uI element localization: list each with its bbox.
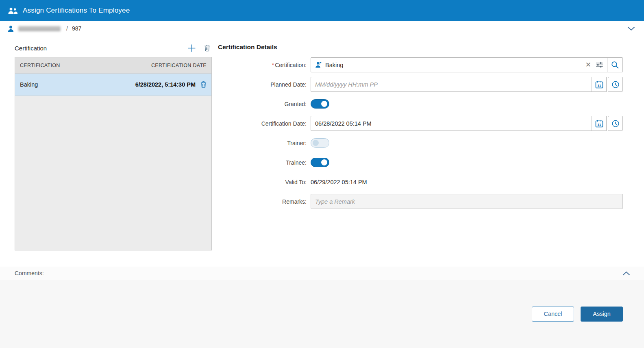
breadcrumb-separator: / (66, 25, 68, 32)
details-title: Certification Details (218, 44, 623, 51)
employee-name-blurred (18, 26, 61, 31)
field-valid-to: Valid To: 06/29/2022 05:14 PM (218, 174, 623, 189)
valid-to-value: 06/29/2022 05:14 PM (311, 179, 367, 185)
field-remarks: Remarks: (218, 194, 623, 209)
certification-date-input[interactable] (311, 116, 592, 131)
certification-date-label: Certification Date: (218, 120, 311, 127)
certification-table: CERTIFICATION CERTIFICATION DATE Baking … (15, 57, 212, 250)
remarks-input[interactable] (311, 194, 623, 209)
planned-date-clock-icon[interactable] (608, 77, 623, 92)
cancel-button[interactable]: Cancel (532, 307, 574, 322)
planned-date-calendar-icon[interactable]: 31 (592, 77, 607, 92)
clear-icon[interactable]: ✕ (582, 61, 595, 68)
employee-id: 987 (72, 25, 81, 32)
trainer-label: Trainer: (218, 140, 311, 146)
field-trainer: Trainer: (218, 135, 623, 150)
toggle-knob (313, 140, 319, 146)
table-empty-area (15, 96, 211, 250)
toggle-knob (321, 101, 327, 107)
certification-value: Baking (325, 62, 343, 68)
certification-input[interactable]: Baking ✕ (311, 57, 623, 72)
chevron-down-icon[interactable] (626, 25, 637, 33)
comments-bar: Comments: (0, 267, 644, 280)
certification-list-panel: Certification CERTIFICATION CERTIFICATIO… (15, 43, 212, 250)
trainee-label: Trainee: (218, 159, 311, 166)
toggle-knob (321, 159, 327, 165)
assign-button[interactable]: Assign (581, 307, 623, 322)
row-certification-date: 6/28/2022, 5:14:30 PM (135, 81, 196, 88)
certification-date-clock-icon[interactable] (608, 116, 623, 131)
filter-sliders-icon[interactable] (595, 62, 607, 68)
employee-bar: / 987 (0, 21, 644, 36)
col-certification: CERTIFICATION (20, 63, 60, 68)
footer-actions: Cancel Assign (0, 280, 644, 348)
granted-label: Granted: (218, 101, 311, 107)
person-icon (7, 25, 14, 32)
page-title: Assign Certifications To Employee (23, 7, 130, 15)
certification-date-calendar-icon[interactable]: 31 (592, 116, 607, 131)
field-trainee: Trainee: (218, 155, 623, 170)
col-certification-date: CERTIFICATION DATE (151, 63, 207, 68)
certification-person-icon (315, 61, 322, 68)
field-certification-date: Certification Date: 31 (218, 116, 623, 131)
svg-text:31: 31 (597, 84, 601, 87)
planned-date-input[interactable] (311, 77, 592, 92)
granted-toggle[interactable] (311, 99, 329, 109)
trainee-toggle[interactable] (311, 158, 329, 167)
field-granted: Granted: (218, 96, 623, 111)
table-row[interactable]: Baking 6/28/2022, 5:14:30 PM (15, 74, 211, 96)
certification-details-panel: Certification Details *Certification: (218, 43, 623, 267)
main-content: Certification CERTIFICATION CERTIFICATIO… (0, 36, 644, 267)
chevron-up-icon[interactable] (621, 270, 632, 277)
comments-label: Comments: (15, 270, 44, 276)
people-icon (7, 7, 18, 14)
search-button[interactable] (607, 58, 622, 72)
row-delete-icon[interactable] (200, 81, 207, 88)
assign-certifications-dialog: Assign Certifications To Employee / 987 … (0, 0, 644, 348)
certification-list-title: Certification (15, 45, 186, 52)
remarks-label: Remarks: (218, 198, 311, 205)
svg-text:31: 31 (597, 123, 601, 126)
trainer-toggle[interactable] (311, 138, 329, 148)
title-bar: Assign Certifications To Employee (0, 0, 644, 21)
certification-label: Certification: (275, 62, 307, 68)
delete-certification-button[interactable] (202, 44, 212, 52)
valid-to-label: Valid To: (218, 179, 311, 185)
table-header: CERTIFICATION CERTIFICATION DATE (15, 57, 211, 74)
add-certification-button[interactable] (186, 43, 198, 53)
planned-date-label: Planned Date: (218, 81, 311, 88)
row-certification: Baking (20, 81, 135, 88)
field-planned-date: Planned Date: 31 (218, 77, 623, 92)
required-asterisk: * (272, 62, 274, 68)
field-certification: *Certification: Baking (218, 57, 623, 72)
